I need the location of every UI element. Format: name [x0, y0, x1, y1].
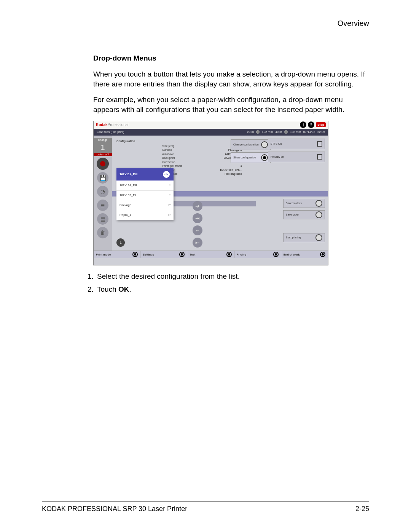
step2-text-a: Touch	[97, 285, 118, 293]
roll-icon	[256, 130, 260, 134]
status-roll1-mm: 102 mm	[262, 130, 273, 134]
arrow-right-icon[interactable]: ➔	[193, 201, 202, 211]
dot-icon	[320, 252, 325, 257]
brand-professional: Professional	[108, 123, 129, 127]
config-header: Configuration	[116, 139, 250, 143]
step-2: Touch OK.	[96, 284, 367, 295]
header-section: Overview	[42, 19, 369, 31]
status-title: Load files (File print)	[97, 130, 124, 134]
save-order-button[interactable]: Save order	[283, 210, 325, 219]
stop-button[interactable]: Stop	[316, 122, 326, 127]
radio-icon	[315, 234, 322, 241]
dot-icon	[132, 252, 138, 257]
dropdown-item[interactable]: Package P	[116, 200, 174, 210]
cfg-size-label: Size [cm]	[162, 144, 208, 149]
footer-product: KODAK PROFESSIONAL SRP 30 Laser Printer	[42, 505, 187, 513]
slot-badge: 1	[116, 238, 125, 247]
dropdown-item[interactable]: Repro_1 R	[116, 210, 174, 220]
status-time: 22:35	[317, 130, 325, 134]
dropdown-item-label: 102x114_Fill	[119, 184, 137, 187]
dropdown-ok-button[interactable]: ok	[162, 170, 170, 179]
screen-icon[interactable]: ▤	[97, 213, 108, 225]
dropdown-item-label: Repro_1	[119, 213, 131, 217]
paragraph-1: When you touch a button that lets you ma…	[93, 69, 367, 89]
dot-icon	[273, 252, 279, 257]
cfg-backprint-label: Back print	[162, 156, 208, 160]
header-rule	[42, 31, 369, 31]
save-icon[interactable]: 💾	[97, 172, 108, 184]
radio-icon	[315, 211, 322, 218]
info-icon[interactable]: i	[300, 121, 306, 128]
dropdown-selected: 102x114_Fill	[119, 173, 137, 176]
save-order-label: Save order	[286, 213, 299, 216]
footer-page-number: 2-25	[355, 505, 369, 513]
side-order-label: order no.?	[94, 153, 112, 156]
screenshot-panel: Kodak Professional i ? Stop Load files (…	[93, 121, 328, 265]
btfs-button[interactable]: BTFS On	[268, 139, 325, 149]
nav-test[interactable]: Test	[187, 251, 234, 258]
step2-text-c: .	[129, 285, 131, 293]
left-sidebar: Change 1 order no.? 💾 ◔ ≣ ▤ 🗑	[94, 136, 112, 258]
main-area: Change 1 order no.? 💾 ◔ ≣ ▤ 🗑 Configurat…	[94, 136, 328, 258]
list-icon[interactable]: ≣	[97, 200, 108, 211]
dropdown-item-mark: *	[169, 184, 170, 187]
mid-buttons: Change configuration Show configuration	[231, 139, 271, 165]
cfg-autosave-label: Autosave	[162, 152, 208, 157]
status-date: 07/14/02	[303, 130, 315, 134]
radio-icon	[261, 154, 268, 161]
page-footer: KODAK PROFESSIONAL SRP 30 Laser Printer …	[42, 502, 369, 513]
trash-icon[interactable]: 🗑	[97, 227, 108, 238]
clock-icon[interactable]: ◔	[97, 186, 108, 197]
preview-label: Preview on	[271, 155, 284, 158]
start-printing-button[interactable]: Start printing	[283, 233, 325, 242]
cfg-ppf-label: Prints per frame	[162, 164, 208, 168]
status-roll1-len: 20 m	[247, 130, 254, 134]
change-config-button[interactable]: Change configuration	[231, 139, 271, 150]
side-order-number: 1	[94, 142, 112, 153]
bottom-nav: Print mode Settings Test Pricing End of …	[94, 251, 328, 258]
record-icon[interactable]	[97, 158, 109, 170]
arrow-right-end-icon[interactable]: ⇥	[193, 213, 202, 223]
step2-ok: OK	[118, 285, 129, 293]
preview-button[interactable]: Preview on	[268, 152, 325, 162]
arrow-left-end-icon[interactable]: ⇤	[193, 238, 202, 248]
nav-end-of-work[interactable]: End of work	[281, 251, 328, 258]
dropdown-item-label: 102x102_Fit	[119, 193, 136, 197]
dot-icon	[179, 252, 185, 257]
paragraph-2: For example, when you select a paper-wid…	[93, 95, 367, 114]
cfg-index-val: Index 102_22h...	[208, 168, 242, 173]
status-roll2-len: 40 m	[275, 130, 282, 134]
nav-settings[interactable]: Settings	[140, 251, 187, 258]
app-titlebar: Kodak Professional i ? Stop	[94, 121, 328, 129]
change-config-label: Change configuration	[233, 143, 259, 146]
radio-icon	[261, 141, 268, 148]
dot-icon	[226, 252, 232, 257]
nav-label: Settings	[143, 253, 154, 256]
help-icon[interactable]: ?	[308, 121, 314, 128]
dropdown-item[interactable]: 102x114_Fill *	[116, 181, 174, 190]
footer-rule	[42, 502, 369, 502]
cfg-fill-val: Fix long side	[208, 172, 242, 176]
status-roll2-mm: 102 mm	[290, 130, 301, 134]
cfg-correction-label: Correction	[162, 160, 208, 165]
dropdown-item-mark: *	[169, 193, 170, 197]
section-title: Drop-down Menus	[93, 54, 367, 62]
btfs-label: BTFS On	[271, 142, 282, 145]
dropdown-item[interactable]: 102x102_Fit *	[116, 190, 174, 200]
arrow-left-icon[interactable]: ←	[193, 225, 202, 235]
config-dropdown: 102x114_Fill ok 102x114_Fill * 102x102_F…	[116, 168, 174, 220]
dropdown-header: 102x114_Fill ok	[116, 168, 174, 181]
gray-stripe	[174, 201, 256, 206]
nav-print-mode[interactable]: Print mode	[94, 251, 140, 258]
radio-icon	[315, 200, 322, 207]
start-printing-label: Start printing	[286, 236, 301, 239]
show-config-label: Show configuration	[233, 156, 256, 159]
nav-pricing[interactable]: Pricing	[234, 251, 281, 258]
nav-label: Print mode	[96, 253, 111, 256]
show-config-button[interactable]: Show configuration	[231, 152, 271, 163]
brand-kodak: Kodak	[96, 123, 108, 127]
dropdown-item-mark: R	[168, 213, 170, 217]
square-icon	[317, 141, 322, 147]
side-change-label: Change	[94, 138, 112, 142]
saved-orders-button[interactable]: Saved orders	[283, 199, 325, 208]
